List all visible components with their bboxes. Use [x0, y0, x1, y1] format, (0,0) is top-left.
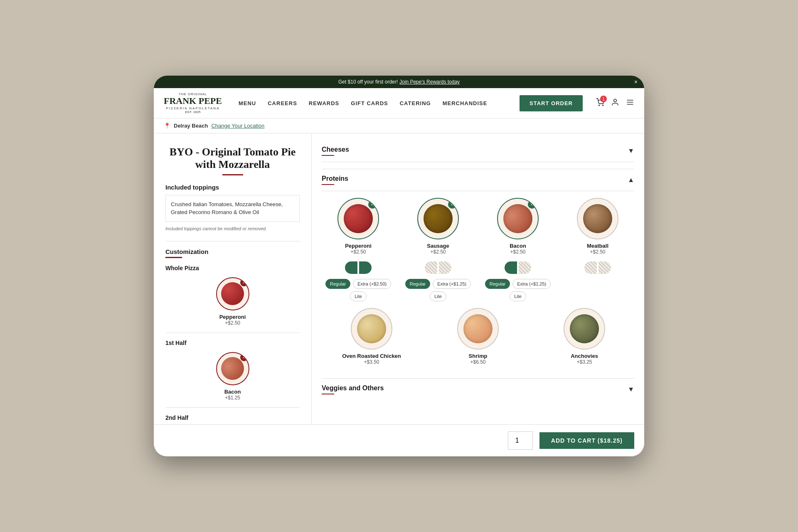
sausage-circle: ✓: [417, 198, 459, 239]
sausage-right-half[interactable]: [439, 261, 451, 274]
proteins-grid-row2: Oven Roasted Chicken +$3.50 Shrimp +$6.5…: [322, 308, 634, 365]
header-icons: 1: [596, 98, 634, 108]
pepperoni-visual: [221, 282, 244, 305]
bacon-halves: [481, 261, 554, 274]
announcement-text: Get $10 off your first order!: [338, 79, 398, 85]
meatball-portion-btns: [561, 279, 634, 301]
nav-catering[interactable]: CATERING: [400, 100, 431, 106]
pepperoni-extra-btn[interactable]: Extra (+$2.50): [353, 279, 391, 289]
bacon-price: +$2.50: [510, 249, 525, 255]
meatball-img: [583, 204, 612, 233]
location-bar: 📍 Delray Beach Change Your Location: [154, 118, 644, 133]
protein-sausage[interactable]: ✓ Sausage +$2.50: [401, 198, 475, 255]
pepperoni-right-half[interactable]: [359, 261, 372, 274]
included-note: Included toppings cannot be modified or …: [165, 226, 300, 231]
bacon-right-half[interactable]: [519, 261, 531, 274]
customization-label: Customization: [165, 248, 300, 255]
bacon-name: Bacon: [510, 243, 526, 249]
logo-main: FRANK PEPE: [164, 96, 222, 106]
protein-bacon[interactable]: ✓ Bacon +$2.50: [481, 198, 554, 255]
pepperoni-left-half[interactable]: [345, 261, 357, 274]
bacon-lite-btn[interactable]: Lite: [510, 291, 526, 301]
proteins-section: Proteins ▲ ✓ Pepperoni +$2.50: [322, 162, 634, 378]
nav-gift-cards[interactable]: GIFT CARDS: [351, 100, 388, 106]
logo: THE ORIGINAL FRANK PEPE PIZZERIA NAPOLET…: [164, 92, 222, 113]
change-location-link[interactable]: Change Your Location: [211, 123, 264, 129]
anchovies-name: Anchovies: [571, 353, 598, 359]
menu-icon[interactable]: [626, 98, 634, 108]
remove-bacon-button[interactable]: ×: [240, 354, 248, 361]
protein-meatball[interactable]: Meatball +$2.50: [561, 198, 634, 255]
bacon-regular-btn[interactable]: Regular: [485, 279, 510, 289]
location-name: Delray Beach: [174, 123, 208, 129]
quantity-input[interactable]: [508, 431, 533, 450]
main-content: BYO - Original Tomato Pie with Mozzarell…: [154, 133, 644, 424]
sausage-lite-btn[interactable]: Lite: [430, 291, 446, 301]
divider3: [165, 407, 300, 408]
protein-anchovies[interactable]: Anchovies +$3.25: [534, 308, 634, 365]
meatball-circle: [577, 198, 618, 239]
cart-icon[interactable]: 1: [596, 98, 604, 108]
nav-careers[interactable]: CAREERS: [268, 100, 297, 106]
sausage-regular-btn[interactable]: Regular: [405, 279, 431, 289]
meatball-halves: [561, 261, 634, 274]
bacon-extra-btn[interactable]: Extra (+$1.25): [512, 279, 551, 289]
add-to-cart-button[interactable]: ADD TO CART ($18.25): [539, 432, 634, 449]
nav-menu[interactable]: MENU: [239, 100, 256, 106]
location-pin-icon: 📍: [164, 123, 170, 129]
header: THE ORIGINAL FRANK PEPE PIZZERIA NAPOLET…: [154, 88, 644, 118]
protein-chicken[interactable]: Oven Roasted Chicken +$3.50: [322, 308, 421, 365]
user-icon[interactable]: [611, 98, 619, 108]
veggies-title: Veggies and Others: [322, 384, 384, 392]
announcement-bar: Get $10 off your first order! Join Pepe'…: [154, 76, 644, 88]
pepperoni-regular-btn[interactable]: Regular: [325, 279, 351, 289]
remove-pepperoni-button[interactable]: ×: [240, 279, 248, 286]
cheeses-title-group: Cheeses: [322, 146, 349, 156]
selected-topping-pepperoni: × Pepperoni +$2.50: [165, 277, 300, 326]
anchovies-img: [570, 314, 599, 343]
start-order-button[interactable]: START ORDER: [520, 95, 583, 111]
veggies-section-header[interactable]: Veggies and Others ▼: [322, 378, 634, 400]
pepperoni-portion-btns: Regular Extra (+$2.50) Lite: [322, 279, 395, 301]
half-selection-row: [322, 261, 634, 274]
cheeses-title: Cheeses: [322, 146, 349, 153]
topping-bacon-name: Bacon: [224, 389, 241, 395]
pizza-title: BYO - Original Tomato Pie with Mozzarell…: [165, 146, 300, 171]
logo-est: EST. 1925: [185, 110, 201, 114]
meatball-left-half[interactable]: [584, 261, 597, 274]
custom-underline: [165, 257, 182, 258]
shrimp-img: [463, 314, 493, 343]
protein-shrimp[interactable]: Shrimp +$6.50: [428, 308, 528, 365]
pepperoni-check-icon: ✓: [368, 200, 377, 209]
svg-point-0: [599, 105, 600, 106]
topping-pepperoni-circle[interactable]: ×: [216, 277, 249, 310]
selected-topping-bacon: × Bacon +$1.25: [165, 352, 300, 401]
bacon-visual: [221, 357, 244, 380]
nav-merchandise[interactable]: MERCHANDISE: [443, 100, 488, 106]
meatball-right-half[interactable]: [598, 261, 611, 274]
topping-bacon-circle[interactable]: ×: [216, 352, 249, 385]
proteins-grid-row1: ✓ Pepperoni +$2.50 ✓ Sausage +$2.50: [322, 198, 634, 255]
meatball-name: Meatball: [587, 243, 608, 249]
sausage-left-half[interactable]: [425, 261, 437, 274]
shrimp-price: +$6.50: [470, 359, 485, 365]
bacon-check-icon: ✓: [528, 200, 536, 209]
topping-pepperoni-price: +$2.50: [225, 320, 240, 326]
announcement-close[interactable]: ×: [634, 79, 638, 85]
proteins-section-header[interactable]: Proteins ▲: [322, 169, 634, 191]
nav-rewards[interactable]: REWARDS: [309, 100, 339, 106]
sausage-img: [424, 204, 453, 233]
svg-point-1: [603, 105, 603, 106]
cheeses-section-header[interactable]: Cheeses ▼: [322, 140, 634, 162]
protein-pepperoni[interactable]: ✓ Pepperoni +$2.50: [322, 198, 395, 255]
sausage-extra-btn[interactable]: Extra (+$1.25): [433, 279, 471, 289]
bacon-left-half[interactable]: [505, 261, 517, 274]
announcement-link[interactable]: Join Pepe's Rewards today: [399, 79, 460, 85]
whole-pizza-label: Whole Pizza: [165, 265, 300, 271]
svg-point-2: [614, 99, 617, 102]
proteins-title-group: Proteins: [322, 175, 348, 185]
sausage-portion-btns: Regular Extra (+$1.25) Lite: [401, 279, 475, 301]
pepperoni-lite-btn[interactable]: Lite: [350, 291, 367, 301]
meatball-price: +$2.50: [590, 249, 605, 255]
pepperoni-img: [344, 204, 373, 233]
